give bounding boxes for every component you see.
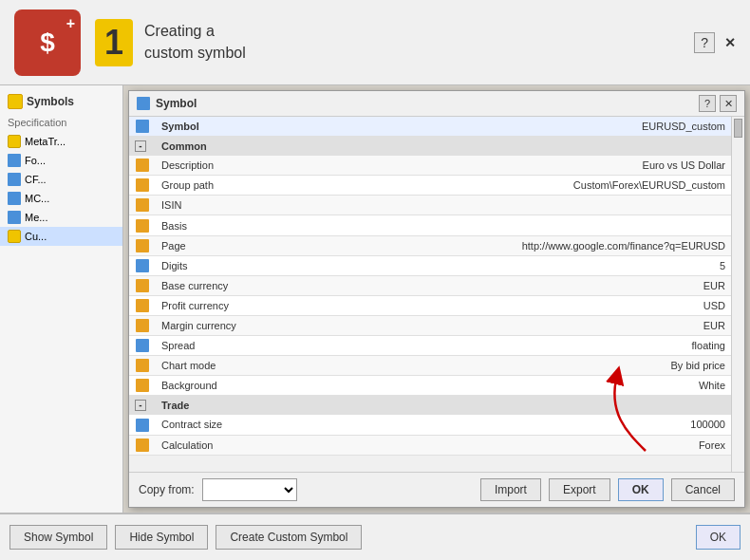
table-row: Profit currency USD (129, 295, 731, 315)
table-row: Calculation Forex (129, 435, 731, 455)
copy-from-dropdown[interactable] (202, 478, 297, 501)
create-custom-symbol-button[interactable]: Create Custom Symbol (216, 525, 362, 550)
left-panel: Symbols Specification MetaTr... Fo... CF… (0, 85, 123, 513)
table-row: Spread floating (129, 336, 731, 356)
prop-icon (136, 198, 149, 212)
prop-icon (136, 178, 149, 192)
table-row: - Trade (129, 396, 731, 415)
dialog-help-button[interactable]: ? (699, 95, 716, 112)
section-collapse[interactable]: - (135, 140, 146, 152)
cancel-button[interactable]: Cancel (671, 478, 735, 501)
folder-icon (8, 135, 21, 148)
prop-icon (136, 239, 149, 252)
close-button[interactable]: ✕ (724, 35, 736, 50)
table-row: Margin currency EUR (129, 315, 731, 335)
tree-item-cu[interactable]: Cu... (0, 227, 122, 246)
table-row: Chart mode By bid price (129, 356, 731, 376)
symbols-folder-icon (8, 94, 23, 109)
prop-icon (136, 299, 149, 312)
tree-item-metatr[interactable]: MetaTr... (0, 132, 122, 151)
chart-icon (8, 173, 21, 186)
prop-icon (136, 219, 149, 233)
folder-icon (8, 230, 21, 243)
table-row: Background White (129, 376, 731, 396)
dialog-title-controls: ? ✕ (699, 95, 737, 112)
ok-button[interactable]: OK (618, 478, 664, 501)
tree-item-mc[interactable]: MC... (0, 189, 122, 208)
table-row: Contract size 100000 (129, 415, 731, 435)
prop-icon (136, 379, 149, 392)
tree-item-cf[interactable]: CF... (0, 170, 122, 189)
dialog-title-icon (137, 97, 150, 110)
symbols-label: Symbols (27, 95, 74, 108)
chart-icon (8, 154, 21, 167)
left-panel-header: Symbols (0, 90, 122, 113)
ok-toolbar-button[interactable]: OK (696, 525, 741, 550)
prop-icon (136, 419, 149, 432)
dialog-footer: Copy from: Import Export OK Cancel (129, 472, 744, 507)
table-row: Page http://www.google.com/finance?q=EUR… (129, 235, 731, 255)
table-row: Group path Custom\Forex\EURUSD_custom (129, 176, 731, 196)
prop-icon (136, 159, 149, 172)
dialog-title-text: Symbol (156, 97, 699, 110)
symbol-dialog: Symbol ? ✕ Symbol EURUSD_cus (128, 90, 745, 508)
prop-icon (136, 259, 149, 272)
table-row: Digits 5 (129, 255, 731, 275)
dialog-close-button[interactable]: ✕ (720, 95, 737, 112)
show-symbol-button[interactable]: Show Symbol (9, 525, 107, 550)
top-banner: $ + 1 Creating a custom symbol ? ✕ (0, 0, 750, 85)
table-row: - Common (129, 137, 731, 156)
right-area: Symbol ? ✕ Symbol EURUSD_cus (123, 85, 750, 513)
import-button[interactable]: Import (480, 478, 541, 501)
table-row: ISIN (129, 196, 731, 215)
step-text: Creating a custom symbol (144, 21, 246, 64)
dollar-sign: $ (40, 28, 55, 58)
bottom-toolbar: Show Symbol Hide Symbol Create Custom Sy… (0, 513, 750, 560)
banner-icon: $ + (14, 9, 81, 76)
table-row: Base currency EUR (129, 275, 731, 295)
prop-icon (136, 319, 149, 332)
table-row: Description Euro vs US Dollar (129, 156, 731, 176)
dialog-titlebar: Symbol ? ✕ (129, 91, 744, 117)
chart-icon (8, 192, 21, 205)
prop-icon (136, 339, 149, 352)
prop-icon (136, 359, 149, 372)
scrollbar[interactable] (731, 117, 744, 472)
table-row: Symbol EURUSD_custom (129, 117, 731, 137)
table-row: Basis (129, 215, 731, 235)
prop-icon (136, 120, 149, 133)
main-area: Symbols Specification MetaTr... Fo... CF… (0, 85, 750, 513)
step-number: 1 (95, 19, 133, 66)
tree-item-me[interactable]: Me... (0, 208, 122, 227)
chart-icon (8, 211, 21, 224)
hide-symbol-button[interactable]: Hide Symbol (115, 525, 208, 550)
plus-sign: + (66, 15, 75, 32)
prop-icon (136, 439, 149, 452)
spec-label: Specification (0, 113, 122, 132)
dialog-content: Symbol EURUSD_custom - Common Descriptio… (129, 117, 744, 472)
copy-from-label: Copy from: (139, 483, 195, 496)
section-collapse[interactable]: - (135, 400, 146, 411)
export-button[interactable]: Export (549, 478, 610, 501)
tree-item-fo[interactable]: Fo... (0, 151, 122, 170)
prop-icon (136, 279, 149, 292)
help-button[interactable]: ? (694, 32, 715, 53)
properties-table[interactable]: Symbol EURUSD_custom - Common Descriptio… (129, 117, 731, 472)
